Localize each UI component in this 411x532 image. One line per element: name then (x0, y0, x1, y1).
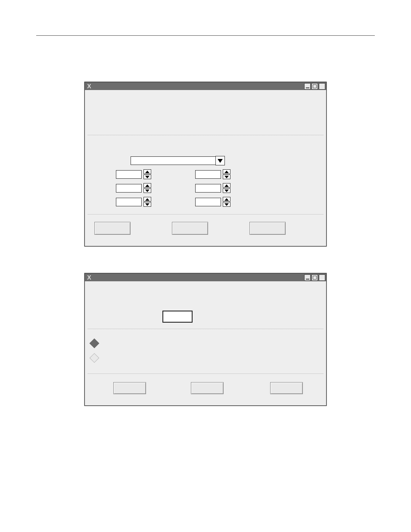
spinner-down-button[interactable] (223, 202, 230, 207)
spinner-down-button[interactable] (143, 188, 151, 193)
window-controls (304, 83, 325, 90)
chevron-down-icon (145, 203, 149, 206)
spinner-up-button[interactable] (143, 169, 151, 174)
titlebar-icon: X (86, 83, 93, 90)
chevron-down-icon (224, 203, 229, 206)
chevron-up-icon (145, 198, 149, 201)
spinner-down-button[interactable] (223, 174, 230, 179)
chevron-down-icon (145, 190, 149, 192)
combo-box[interactable] (131, 156, 216, 165)
spinner-input[interactable] (116, 170, 142, 179)
spinner-down-button[interactable] (143, 202, 151, 207)
titlebar-icon: X (86, 274, 93, 281)
spinner (195, 197, 230, 207)
spinner (195, 169, 230, 179)
spinner-input[interactable] (195, 184, 221, 193)
spinner (116, 197, 150, 207)
spinner-input[interactable] (195, 170, 221, 179)
divider (87, 373, 324, 374)
dialog-button-1[interactable] (113, 382, 146, 394)
window-2: X (84, 273, 327, 406)
radio-option-2[interactable] (90, 353, 100, 363)
window-1: X (84, 82, 327, 246)
page-rule (36, 35, 375, 36)
titlebar[interactable]: X (85, 274, 326, 281)
minimize-button[interactable] (304, 83, 311, 90)
chevron-down-icon (224, 176, 229, 178)
spinner-up-button[interactable] (143, 197, 151, 202)
spinner-up-button[interactable] (143, 183, 151, 188)
spinner (195, 183, 230, 193)
chevron-up-icon (145, 171, 149, 173)
spinner-up-button[interactable] (223, 183, 230, 188)
restore-button[interactable] (311, 274, 318, 281)
minimize-button[interactable] (304, 274, 311, 281)
maximize-button[interactable] (319, 83, 325, 90)
titlebar[interactable]: X (85, 82, 326, 90)
restore-button[interactable] (311, 83, 318, 90)
spinner-input[interactable] (116, 198, 142, 206)
spinner-up-button[interactable] (223, 169, 230, 174)
spinner-input[interactable] (116, 184, 142, 193)
chevron-up-icon (224, 198, 229, 201)
spinner-down-button[interactable] (143, 174, 151, 179)
divider (87, 214, 324, 215)
window-controls (304, 274, 325, 281)
chevron-down-icon (145, 176, 149, 178)
spinner (116, 183, 150, 193)
radio-option-1[interactable] (90, 339, 100, 348)
dialog-button-3[interactable] (249, 222, 286, 235)
dialog-button-2[interactable] (172, 222, 208, 235)
chevron-up-icon (224, 184, 229, 187)
spinner-input[interactable] (195, 198, 221, 206)
dialog-button-3[interactable] (270, 382, 303, 394)
spinner-down-button[interactable] (223, 188, 230, 193)
chevron-up-icon (145, 184, 149, 187)
value-input[interactable] (162, 311, 193, 323)
spinner-up-button[interactable] (223, 197, 230, 202)
divider (87, 135, 324, 136)
chevron-up-icon (224, 171, 229, 173)
chevron-down-icon (218, 159, 223, 163)
chevron-down-icon (224, 190, 229, 192)
combo-dropdown-button[interactable] (215, 156, 225, 165)
spinner (116, 169, 150, 179)
divider (87, 329, 324, 330)
dialog-button-2[interactable] (191, 382, 224, 394)
dialog-button-1[interactable] (94, 222, 131, 235)
maximize-button[interactable] (319, 274, 325, 281)
